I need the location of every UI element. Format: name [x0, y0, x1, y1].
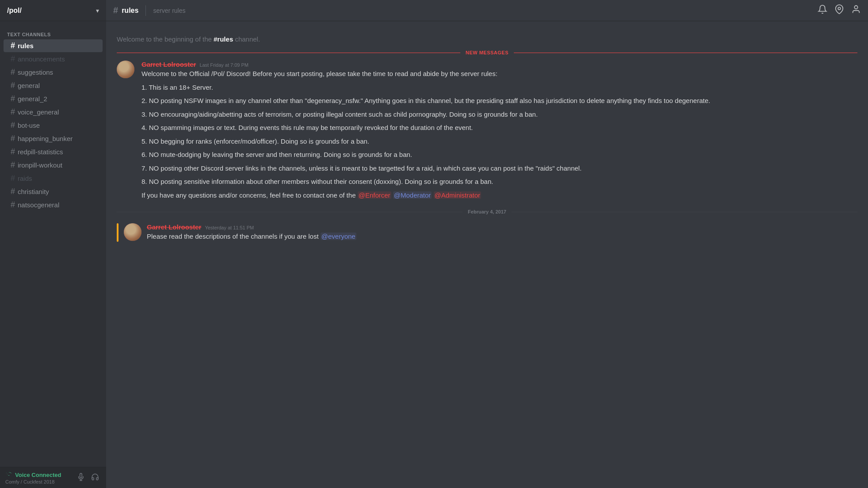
voice-connected-bar: Voice Connected Comfy / Cuckfest 2018 — [0, 467, 106, 488]
channel-name-general: general — [18, 82, 40, 89]
channel-item-suggestions[interactable]: # suggestions — [4, 66, 103, 79]
channel-item-voice-general[interactable]: # voice_general — [4, 106, 103, 118]
channel-item-general2[interactable]: # general_2 — [4, 92, 103, 105]
topbar-divider — [145, 5, 146, 16]
channel-name-general2: general_2 — [18, 95, 47, 103]
avatar-second — [124, 223, 141, 241]
channel-item-christianity[interactable]: # christianity — [4, 185, 103, 198]
svg-point-3 — [854, 6, 857, 9]
date-line-left — [117, 212, 463, 212]
channel-beginning: Welcome to the beginning of the #rules c… — [106, 28, 868, 46]
second-message-content: Garret Lolrooster Yesterday at 11:51 PM … — [147, 223, 857, 242]
date-line-right — [512, 212, 857, 212]
chat-area: Welcome to the beginning of the #rules c… — [106, 21, 868, 488]
message-text: Welcome to the Official /Pol/ Discord! B… — [141, 69, 857, 200]
channel-item-ironpill-workout[interactable]: # ironpill-workout — [4, 159, 103, 172]
hash-icon: # — [11, 187, 15, 196]
date-divider: February 4, 2017 — [117, 209, 857, 214]
hash-icon: # — [11, 41, 15, 50]
hash-icon: # — [11, 200, 15, 210]
second-message-text: Please read the descriptions of the chan… — [147, 232, 857, 242]
mention-administrator: @Administrator — [434, 191, 482, 199]
avatar — [117, 61, 134, 78]
channel-name-voice-general: voice_general — [18, 108, 59, 116]
channel-list: TEXT CHANNELS # rules # announcements # … — [0, 21, 106, 467]
hash-icon: # — [11, 174, 15, 183]
message-left-bar — [117, 223, 119, 242]
new-messages-label: NEW MESSAGES — [466, 50, 509, 55]
voice-connected-info: Voice Connected Comfy / Cuckfest 2018 — [5, 471, 61, 484]
channel-name-announcements: announcements — [18, 55, 65, 63]
second-message-header: Garret Lolrooster Yesterday at 11:51 PM — [147, 223, 857, 231]
voice-connected-server: Comfy / Cuckfest 2018 — [5, 479, 61, 484]
topbar-icons — [818, 4, 861, 16]
new-messages-line-left — [117, 53, 460, 53]
hash-icon: # — [11, 54, 15, 64]
channel-item-announcements[interactable]: # announcements — [4, 53, 103, 65]
hash-icon: # — [11, 160, 15, 170]
mention-enforcer: @Enforcer — [358, 191, 391, 199]
message-header: Garret Lolrooster Last Friday at 7:09 PM — [141, 61, 857, 68]
channel-item-general[interactable]: # general — [4, 79, 103, 92]
bell-icon[interactable] — [818, 4, 827, 16]
channel-name-bot-use: bot-use — [18, 122, 40, 129]
sidebar: /pol/ ▾ TEXT CHANNELS # rules # announce… — [0, 0, 106, 488]
topbar-hash-icon: # — [113, 5, 118, 15]
second-message-author: Garret Lolrooster — [147, 223, 201, 231]
channel-name-rules: rules — [18, 42, 34, 50]
channel-item-rules[interactable]: # rules — [4, 39, 103, 52]
hash-icon: # — [11, 147, 15, 156]
message-author: Garret Lolrooster — [141, 61, 196, 68]
pin-icon[interactable] — [834, 4, 844, 16]
topbar-channel-name: rules — [122, 7, 138, 15]
channel-name-natsocgeneral: natsocgeneral — [18, 201, 59, 209]
main-content: # rules server rules — [106, 0, 868, 488]
svg-point-2 — [838, 7, 841, 10]
message-content: Garret Lolrooster Last Friday at 7:09 PM… — [141, 61, 857, 200]
channel-item-redpill-statistics[interactable]: # redpill-statistics — [4, 145, 103, 158]
hash-icon: # — [11, 94, 15, 103]
voice-connected-label: Voice Connected — [5, 471, 61, 479]
channel-item-happening-bunker[interactable]: # happening_bunker — [4, 132, 103, 145]
channel-name-happening-bunker: happening_bunker — [18, 135, 73, 142]
channel-name-suggestions: suggestions — [18, 69, 53, 76]
voice-actions — [75, 471, 101, 484]
server-header[interactable]: /pol/ ▾ — [0, 0, 106, 21]
hash-icon: # — [11, 107, 15, 117]
avatar-image-second — [124, 223, 141, 241]
date-divider-label: February 4, 2017 — [468, 209, 506, 214]
second-message-group: Garret Lolrooster Yesterday at 11:51 PM … — [106, 221, 868, 244]
message-timestamp: Last Friday at 7:09 PM — [199, 62, 249, 68]
topbar-description: server rules — [153, 7, 185, 14]
hash-icon: # — [11, 81, 15, 90]
signal-icon — [5, 471, 12, 479]
mention-everyone: @everyone — [321, 233, 356, 240]
channel-item-bot-use[interactable]: # bot-use — [4, 119, 103, 132]
server-name: /pol/ — [7, 7, 22, 15]
channel-item-raids[interactable]: # raids — [4, 172, 103, 185]
mute-button[interactable] — [75, 471, 87, 484]
mention-moderator: @Moderator — [393, 191, 432, 199]
topbar: # rules server rules — [106, 0, 868, 21]
channel-name-ironpill-workout: ironpill-workout — [18, 161, 62, 169]
hash-icon: # — [11, 134, 15, 143]
new-messages-divider: NEW MESSAGES — [117, 50, 857, 55]
channel-item-natsocgeneral[interactable]: # natsocgeneral — [4, 198, 103, 211]
channel-name-raids: raids — [18, 175, 32, 182]
chevron-down-icon: ▾ — [96, 7, 99, 14]
avatar-image — [117, 61, 134, 78]
deafen-button[interactable] — [89, 471, 101, 484]
hash-icon: # — [11, 121, 15, 130]
members-icon[interactable] — [851, 4, 861, 16]
text-channels-label: TEXT CHANNELS — [0, 25, 106, 39]
message-group: Garret Lolrooster Last Friday at 7:09 PM… — [106, 59, 868, 202]
new-messages-line-right — [514, 53, 857, 53]
channel-name-redpill-statistics: redpill-statistics — [18, 148, 63, 156]
hash-icon: # — [11, 68, 15, 77]
channel-name-christianity: christianity — [18, 188, 49, 195]
second-message-timestamp: Yesterday at 11:51 PM — [205, 225, 254, 230]
